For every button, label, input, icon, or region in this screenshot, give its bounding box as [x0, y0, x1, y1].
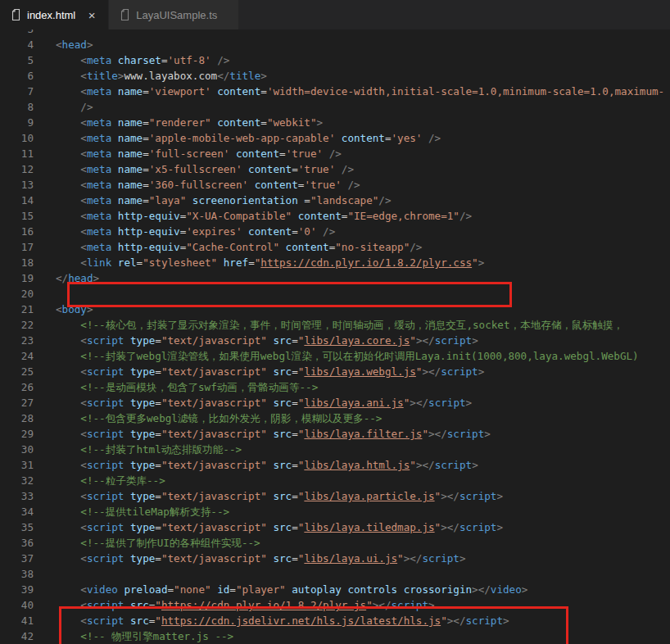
line-number[interactable]: 9 — [0, 115, 34, 130]
line-number[interactable]: 27 — [0, 395, 34, 410]
line-number[interactable]: 28 — [0, 410, 34, 426]
code-line-33[interactable]: 33 <script type="text/javascript" src="l… — [0, 488, 670, 504]
line-number[interactable]: 8 — [0, 99, 34, 115]
line-number[interactable]: 16 — [0, 224, 34, 239]
line-number[interactable]: 17 — [0, 239, 34, 255]
code-text: <!--核心包，封装了显示对象渲染，事件，时间管理，时间轴动画，缓动，消息交互,… — [34, 317, 623, 333]
code-line-3[interactable]: 3 — [0, 29, 670, 37]
line-number[interactable]: 24 — [0, 348, 34, 364]
code-line-10[interactable]: 10 <meta name='apple-mobile-web-app-capa… — [0, 130, 670, 146]
code-line-27[interactable]: 27 <script type="text/javascript" src="l… — [0, 395, 670, 410]
code-text: <meta charset='utf-8' /> — [34, 52, 229, 68]
line-number[interactable]: 26 — [0, 379, 34, 395]
code-line-24[interactable]: 24 <!--封装了webgl渲染管线，如果使用webgl渲染，可以在初始化时调… — [0, 348, 670, 364]
code-text — [34, 29, 56, 37]
code-line-19[interactable]: 19</head> — [0, 270, 670, 286]
code-line-15[interactable]: 15 <meta http-equiv="X-UA-Compatible" co… — [0, 208, 670, 224]
code-line-20[interactable]: 20 — [0, 286, 670, 302]
line-number[interactable]: 36 — [0, 535, 34, 551]
code-line-39[interactable]: 39 <video preload="none" id="player" aut… — [0, 582, 670, 597]
code-line-30[interactable]: 30 <!--封装了html动态排版功能--> — [0, 442, 670, 457]
line-number[interactable]: 31 — [0, 457, 34, 473]
line-number[interactable]: 30 — [0, 442, 34, 457]
code-line-23[interactable]: 23 <script type="text/javascript" src="l… — [0, 333, 670, 348]
line-number[interactable]: 37 — [0, 551, 34, 566]
code-text: <video preload="none" id="player" autopl… — [34, 582, 527, 597]
tab-layauisample-ts[interactable]: LayaUISample.ts — [109, 0, 239, 29]
line-number[interactable]: 23 — [0, 333, 34, 348]
line-number[interactable]: 21 — [0, 302, 34, 317]
code-text: </head> — [34, 270, 99, 286]
close-icon[interactable]: × — [85, 9, 98, 21]
code-line-12[interactable]: 12 <meta name='x5-fullscreen' content='t… — [0, 161, 670, 177]
code-line-40[interactable]: 40 <script src="https://cdn.plyr.io/1.8.… — [0, 597, 670, 613]
line-number[interactable]: 10 — [0, 130, 34, 146]
code-lines: 34<head>5 <meta charset='utf-8' />6 <tit… — [0, 29, 670, 644]
code-line-5[interactable]: 5 <meta charset='utf-8' /> — [0, 52, 670, 68]
line-number[interactable]: 6 — [0, 68, 34, 84]
line-number[interactable]: 19 — [0, 270, 34, 286]
line-number[interactable]: 14 — [0, 193, 34, 208]
code-text: <meta name='x5-fullscreen' content='true… — [34, 161, 354, 177]
code-line-11[interactable]: 11 <meta name='full-screen' content='tru… — [0, 146, 670, 161]
code-line-29[interactable]: 29 <script type="text/javascript" src="l… — [0, 426, 670, 442]
code-line-38[interactable]: 38 — [0, 566, 670, 582]
line-number[interactable]: 15 — [0, 208, 34, 224]
line-number[interactable]: 35 — [0, 519, 34, 535]
line-number[interactable]: 7 — [0, 84, 34, 99]
code-line-4[interactable]: 4<head> — [0, 37, 670, 52]
line-number[interactable]: 22 — [0, 317, 34, 333]
line-number[interactable]: 34 — [0, 504, 34, 519]
line-number[interactable]: 3 — [0, 29, 34, 37]
line-number[interactable]: 25 — [0, 364, 34, 379]
code-line-22[interactable]: 22 <!--核心包，封装了显示对象渲染，事件，时间管理，时间轴动画，缓动，消息… — [0, 317, 670, 333]
code-line-8[interactable]: 8 /> — [0, 99, 670, 115]
code-line-7[interactable]: 7 <meta name='viewport' content='width=d… — [0, 84, 670, 99]
code-line-13[interactable]: 13 <meta name='360-fullscreen' content='… — [0, 177, 670, 193]
line-number[interactable]: 20 — [0, 286, 34, 302]
code-line-31[interactable]: 31 <script type="text/javascript" src="l… — [0, 457, 670, 473]
code-line-41[interactable]: 41 <script src="https://cdn.jsdelivr.net… — [0, 613, 670, 628]
code-line-36[interactable]: 36 <!--提供了制作UI的各种组件实现--> — [0, 535, 670, 551]
code-text: <!--封装了webgl渲染管线，如果使用webgl渲染，可以在初始化时调用La… — [34, 348, 639, 364]
code-line-35[interactable]: 35 <script type="text/javascript" src="l… — [0, 519, 670, 535]
code-line-32[interactable]: 32 <!--粒子类库--> — [0, 473, 670, 488]
line-number[interactable]: 33 — [0, 488, 34, 504]
tab-index-html[interactable]: index.html × — [0, 0, 109, 29]
code-line-18[interactable]: 18 <link rel="stylesheet" href="https://… — [0, 255, 670, 270]
code-text: <!--是动画模块，包含了swf动画，骨骼动画等--> — [34, 379, 318, 395]
line-number[interactable]: 42 — [0, 628, 34, 644]
line-number[interactable]: 40 — [0, 597, 34, 613]
code-line-28[interactable]: 28 <!--包含更多webgl滤镜，比如外发光，阴影，模糊以及更多--> — [0, 410, 670, 426]
line-number[interactable]: 18 — [0, 255, 34, 270]
line-number[interactable]: 38 — [0, 566, 34, 582]
code-line-21[interactable]: 21<body> — [0, 302, 670, 317]
line-number[interactable]: 29 — [0, 426, 34, 442]
line-number[interactable]: 12 — [0, 161, 34, 177]
code-text: <script src="https://cdn.jsdelivr.net/hl… — [34, 613, 509, 628]
line-number[interactable]: 4 — [0, 37, 34, 52]
editor[interactable]: 34<head>5 <meta charset='utf-8' />6 <tit… — [0, 29, 670, 644]
line-number[interactable]: 11 — [0, 146, 34, 161]
line-number[interactable]: 5 — [0, 52, 34, 68]
code-text: <script type="text/javascript" src="libs… — [34, 333, 478, 348]
code-line-14[interactable]: 14 <meta name="laya" screenorientation =… — [0, 193, 670, 208]
code-line-26[interactable]: 26 <!--是动画模块，包含了swf动画，骨骼动画等--> — [0, 379, 670, 395]
line-number[interactable]: 32 — [0, 473, 34, 488]
code-line-16[interactable]: 16 <meta http-equiv='expires' content='0… — [0, 224, 670, 239]
code-line-25[interactable]: 25 <script type="text/javascript" src="l… — [0, 364, 670, 379]
code-line-34[interactable]: 34 <!--提供tileMap解析支持--> — [0, 504, 670, 519]
code-text: <script type="text/javascript" src="libs… — [34, 395, 472, 410]
code-text: <script src="https://cdn.plyr.io/1.8.2/p… — [34, 597, 435, 613]
code-line-9[interactable]: 9 <meta name="renderer" content="webkit"… — [0, 115, 670, 130]
code-line-37[interactable]: 37 <script type="text/javascript" src="l… — [0, 551, 670, 566]
line-number[interactable]: 41 — [0, 613, 34, 628]
code-text: <meta name='apple-mobile-web-app-capable… — [34, 130, 441, 146]
line-number[interactable]: 39 — [0, 582, 34, 597]
code-line-42[interactable]: 42 <!-- 物理引擎matter.js --> — [0, 628, 670, 644]
code-text: <script type="text/javascript" src="libs… — [34, 457, 478, 473]
code-line-17[interactable]: 17 <meta http-equiv="Cache-Control" cont… — [0, 239, 670, 255]
code-line-6[interactable]: 6 <title>www.layabox.com</title> — [0, 68, 670, 84]
line-number[interactable]: 13 — [0, 177, 34, 193]
code-text: <meta name='360-fullscreen' content='tru… — [34, 177, 360, 193]
